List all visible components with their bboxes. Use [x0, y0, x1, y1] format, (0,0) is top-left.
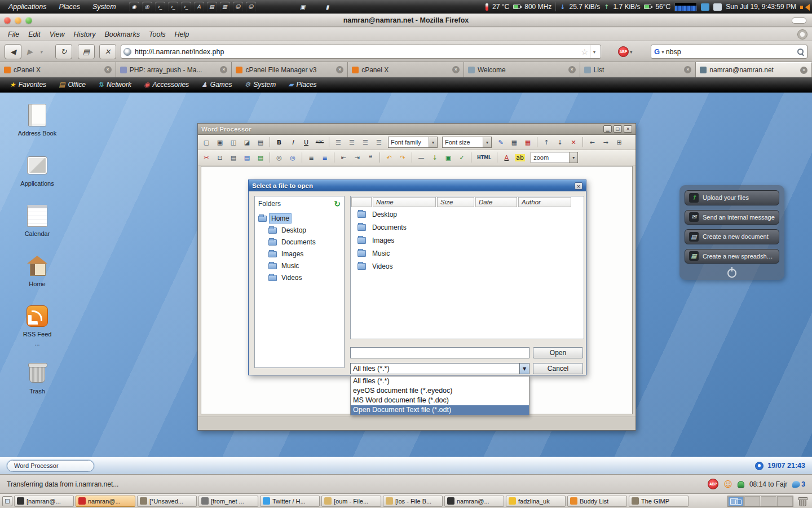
tab[interactable]: List ×: [580, 62, 696, 77]
camera-tray-icon[interactable]: ▣: [298, 2, 308, 11]
wp-tool[interactable]: [469, 151, 473, 164]
eyeos-clock[interactable]: 19/07 21:43: [755, 462, 805, 470]
tab[interactable]: PHP: array_push - Ma... ×: [116, 62, 232, 77]
refresh-icon[interactable]: ↻: [334, 199, 341, 208]
filetype-option[interactable]: eyeOS document file (*.eyedoc): [351, 386, 529, 396]
network-monitor-icon[interactable]: [701, 3, 709, 11]
panel-clock[interactable]: Sun Jul 19, 9:43:59 PM: [726, 3, 796, 11]
wp-tool[interactable]: [268, 136, 272, 148]
wp-tool[interactable]: [332, 151, 336, 164]
folder-tree-item[interactable]: Videos: [268, 273, 341, 282]
insert-image[interactable]: ▣: [442, 151, 454, 164]
open-button[interactable]: Open: [533, 347, 583, 358]
column-header[interactable]: Date: [475, 197, 517, 207]
maximize-icon[interactable]: ▢: [614, 125, 622, 133]
url-dropdown-icon[interactable]: ▾: [590, 45, 598, 58]
workspace-cell[interactable]: [761, 496, 776, 506]
wp-tool[interactable]: [495, 151, 499, 164]
anchor[interactable]: ↓: [429, 151, 441, 164]
folder-tree-item[interactable]: Images: [268, 249, 341, 259]
tab[interactable]: cPanel X ×: [348, 62, 464, 77]
folder-tree-item[interactable]: Music: [268, 261, 341, 270]
create-spreadsheet-button[interactable]: ▦ Create a new spreadsheet: [685, 249, 779, 264]
Images[interactable]: Images: [351, 234, 584, 247]
eyeos-menu-places[interactable]: ▰ Places: [283, 77, 321, 93]
extension-badge[interactable]: 3: [792, 480, 805, 488]
column-header[interactable]: Author: [518, 197, 571, 207]
eyeos-menu-accessories[interactable]: ◉ Accessories: [139, 77, 194, 93]
align-left[interactable]: ☰: [332, 136, 345, 148]
redo[interactable]: ↷: [396, 151, 409, 164]
eyeos-menu-network[interactable]: ⇅ Network: [93, 77, 136, 93]
numbered-list[interactable]: ≣: [319, 151, 331, 164]
paste[interactable]: ▤: [227, 151, 240, 164]
display-icon[interactable]: [713, 3, 722, 11]
filetype-option[interactable]: Open Document Text file (*.odt): [351, 405, 529, 415]
desktop-icon-applications[interactable]: Applications: [15, 153, 60, 189]
window-task-button[interactable]: fadzlina_uk: [506, 496, 566, 507]
workspace-cell[interactable]: [744, 496, 760, 506]
wp-tool[interactable]: [378, 151, 382, 164]
align-center[interactable]: ☰: [346, 136, 358, 148]
menu-item[interactable]: File: [3, 30, 24, 38]
firefox-launcher-icon[interactable]: ◉: [129, 2, 139, 12]
panel-menu[interactable]: Places: [54, 0, 85, 14]
tab-close-icon[interactable]: ×: [568, 66, 576, 73]
Documents[interactable]: Documents: [351, 221, 584, 234]
find[interactable]: ◎: [273, 151, 285, 164]
stop-button[interactable]: ✕: [99, 44, 116, 59]
html-source[interactable]: HTML: [474, 151, 494, 164]
menu-item[interactable]: View: [45, 30, 69, 38]
copy[interactable]: ⊡: [214, 151, 226, 164]
tab-close-icon[interactable]: ×: [800, 67, 807, 74]
bookmark-star-icon[interactable]: ☆: [581, 47, 588, 56]
column-header[interactable]: Name: [373, 197, 436, 207]
filetype-option[interactable]: All files (*.*): [351, 376, 529, 386]
adblock-button[interactable]: ABP ▾: [618, 45, 644, 59]
insert-rule[interactable]: —: [415, 151, 427, 164]
search-icon[interactable]: [797, 48, 804, 55]
wp-tool[interactable]: [410, 151, 414, 164]
open-document[interactable]: ▣: [214, 136, 226, 148]
font-family-select[interactable]: Font family ▾: [388, 137, 438, 148]
tab-close-icon[interactable]: ×: [684, 66, 691, 73]
Videos[interactable]: Videos: [351, 260, 584, 273]
smiley-icon[interactable]: ☺: [723, 479, 732, 489]
print[interactable]: ▤: [254, 136, 267, 148]
indent[interactable]: ⇥: [351, 151, 363, 164]
bullet-list[interactable]: ≣: [305, 151, 317, 164]
send-message-button[interactable]: ✉ Send an internal message: [685, 210, 779, 225]
chevron-down-icon[interactable]: ▾: [661, 49, 664, 55]
eyeos-menu-games[interactable]: ♟ Games: [196, 77, 237, 93]
outdent[interactable]: ⇤: [337, 151, 350, 164]
insert-table[interactable]: ▦: [508, 136, 520, 148]
align-right[interactable]: ☰: [359, 136, 372, 148]
menu-item[interactable]: Bookmarks: [100, 30, 144, 38]
wp-tool[interactable]: [535, 136, 539, 148]
insert-row-above[interactable]: ↑: [540, 136, 553, 148]
undo[interactable]: ↶: [383, 151, 395, 164]
taskbar-task[interactable]: Word Processor: [7, 460, 94, 472]
eyeos-menu-system[interactable]: ⚙ System: [240, 77, 281, 93]
dialog-titlebar[interactable]: Select a file to open ×: [249, 180, 586, 191]
eyeos-menu-favorites[interactable]: ★ Favorites: [5, 77, 51, 93]
cpu-graph-icon[interactable]: [674, 2, 697, 11]
pdf-launcher-icon[interactable]: A: [194, 2, 204, 12]
url-bar[interactable]: ☆ ▾: [121, 45, 601, 59]
panel-menu[interactable]: Applications: [3, 0, 51, 14]
wp-tool[interactable]: [327, 136, 331, 148]
blockquote[interactable]: ❝: [364, 151, 377, 164]
font-size-select[interactable]: Font size ▾: [442, 137, 492, 148]
Desktop[interactable]: Desktop: [351, 208, 584, 221]
menu-item[interactable]: Help: [170, 30, 193, 38]
paste-as-text[interactable]: ▤: [254, 151, 267, 164]
close-icon[interactable]: ×: [624, 125, 632, 133]
desktop-icon-calendar[interactable]: Calendar: [15, 203, 60, 239]
paste-from-word[interactable]: ▤: [241, 151, 253, 164]
screenshot-tray-icon[interactable]: ▮: [323, 2, 333, 11]
Music[interactable]: Music: [351, 247, 584, 260]
folder-tree-item[interactable]: Desktop: [268, 226, 341, 235]
window-task-button[interactable]: [oum - File...: [321, 496, 381, 507]
spellcheck[interactable]: ✓: [456, 151, 468, 164]
tab[interactable]: cPanel File Manager v3 ×: [232, 62, 348, 77]
